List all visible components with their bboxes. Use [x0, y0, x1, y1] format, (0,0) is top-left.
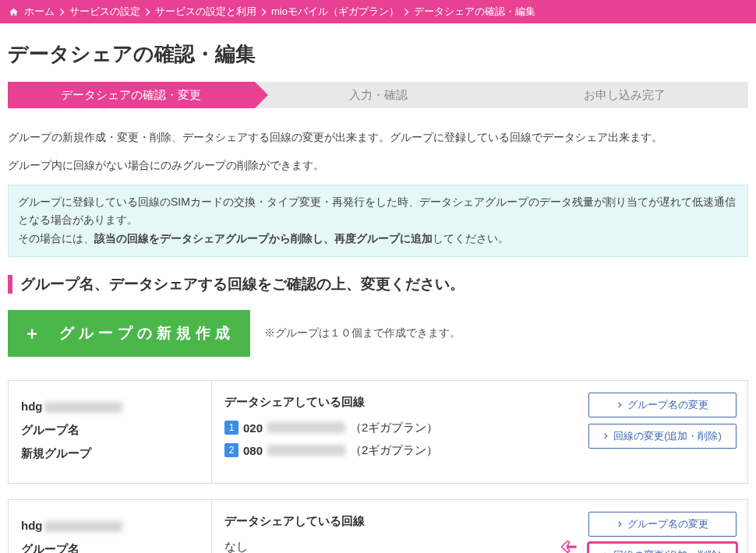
chevron-right-icon [404, 8, 409, 16]
breadcrumb-item-service-use[interactable]: サービスの設定と利用 [155, 5, 256, 19]
group-name: 新規グループ [21, 442, 199, 465]
create-row: ＋ グループの新規作成 ※グループは１０個まで作成できます。 [8, 310, 748, 357]
wizard-step-input: 入力・確認 [255, 82, 502, 108]
info-line: その場合には、該当の回線をデータシェアグループから削除し、再度グループに追加して… [18, 230, 738, 248]
breadcrumb: ホーム サービスの設定 サービスの設定と利用 mioモバイル（ギガプラン） デー… [0, 0, 756, 23]
info-line: グループに登録している回線のSIMカードの交換・タイプ変更・再発行をした時、デー… [18, 193, 738, 231]
group-center: データシェアしている回線 なし [211, 500, 578, 553]
action-label: 回線の変更(追加・削除) [613, 548, 722, 553]
breadcrumb-item-mio[interactable]: mioモバイル（ギガプラン） [271, 5, 399, 19]
wizard-step-done: お申し込み完了 [501, 82, 748, 108]
chevron-right-icon [617, 520, 623, 528]
line-row: 2 080 （2ギガプラン） [224, 443, 565, 458]
wizard: データシェアの確認・変更 入力・確認 お申し込み完了 [8, 82, 748, 108]
line-prefix: 080 [243, 444, 263, 457]
change-lines-button[interactable]: 回線の変更(追加・削除) [588, 543, 737, 553]
group-hdg: hdg [21, 400, 43, 413]
group-card: hdg グループ名 新規グループ データシェアしている回線 1 020 （2ギガ… [8, 380, 748, 484]
group-left: hdg グループ名 サンプル2 [9, 500, 211, 553]
wizard-step-confirm: データシェアの確認・変更 [8, 82, 255, 108]
create-note: ※グループは１０個まで作成できます。 [264, 326, 461, 340]
page-title: データシェアの確認・編集 [8, 41, 748, 68]
breadcrumb-item-service-settings[interactable]: サービスの設定 [69, 5, 140, 19]
breadcrumb-item-home[interactable]: ホーム [24, 5, 55, 19]
create-group-label: グループの新規作成 [59, 323, 235, 343]
action-label: グループ名の変更 [627, 398, 708, 412]
line-plan: （2ギガプラン） [350, 443, 438, 458]
section-heading: グループ名、データシェアする回線をご確認の上、変更ください。 [8, 274, 748, 294]
line-plan: （2ギガプラン） [350, 421, 438, 435]
action-label: 回線の変更(追加・削除) [613, 429, 722, 443]
intro-paragraph: グループ内に回線がない場合にのみグループの削除ができます。 [8, 157, 748, 175]
create-group-button[interactable]: ＋ グループの新規作成 [8, 310, 250, 357]
group-right: グループ名の変更 回線の変更(追加・削除) グループの削除 [578, 500, 747, 553]
group-right: グループ名の変更 回線の変更(追加・削除) [578, 381, 747, 483]
line-number-icon: 1 [224, 421, 238, 435]
chevron-right-icon [603, 432, 609, 440]
share-title: データシェアしている回線 [224, 395, 565, 410]
breadcrumb-item-current[interactable]: データシェアの確認・編集 [414, 5, 535, 19]
masked-text [44, 521, 122, 532]
accent-bar [8, 275, 12, 294]
group-label-title: グループ名 [21, 537, 199, 553]
group-center: データシェアしている回線 1 020 （2ギガプラン） 2 080 （2ギガプラ… [211, 381, 578, 483]
chevron-right-icon [145, 8, 150, 16]
line-row: 1 020 （2ギガプラン） [224, 421, 565, 435]
intro-paragraph: グループの新規作成・変更・削除、データシェアする回線の変更が出来ます。グループに… [8, 129, 748, 147]
no-lines-text: なし [224, 540, 565, 553]
change-lines-button[interactable]: 回線の変更(追加・削除) [588, 424, 737, 449]
group-hdg: hdg [21, 519, 43, 532]
masked-text [267, 445, 345, 456]
masked-text [44, 402, 122, 413]
group-label-title: グループ名 [21, 418, 199, 442]
plus-icon: ＋ [23, 322, 45, 345]
chevron-right-icon [59, 8, 65, 16]
intro-text: グループの新規作成・変更・削除、データシェアする回線の変更が出来ます。グループに… [8, 129, 748, 175]
chevron-right-icon [617, 401, 623, 409]
line-prefix: 020 [243, 421, 263, 435]
line-number-icon: 2 [224, 443, 238, 457]
group-left: hdg グループ名 新規グループ [9, 381, 211, 483]
info-box: グループに登録している回線のSIMカードの交換・タイプ変更・再発行をした時、デー… [8, 185, 748, 257]
action-label: グループ名の変更 [627, 517, 708, 531]
section-heading-text: グループ名、データシェアする回線をご確認の上、変更ください。 [20, 274, 465, 294]
home-icon [8, 7, 19, 17]
share-title: データシェアしている回線 [224, 514, 565, 529]
pointer-hand-icon [559, 538, 579, 553]
chevron-right-icon [261, 8, 267, 16]
group-card: hdg グループ名 サンプル2 データシェアしている回線 なし グループ名の変更… [8, 499, 748, 553]
rename-group-button[interactable]: グループ名の変更 [588, 393, 737, 417]
rename-group-button[interactable]: グループ名の変更 [588, 512, 737, 537]
masked-text [267, 422, 345, 433]
